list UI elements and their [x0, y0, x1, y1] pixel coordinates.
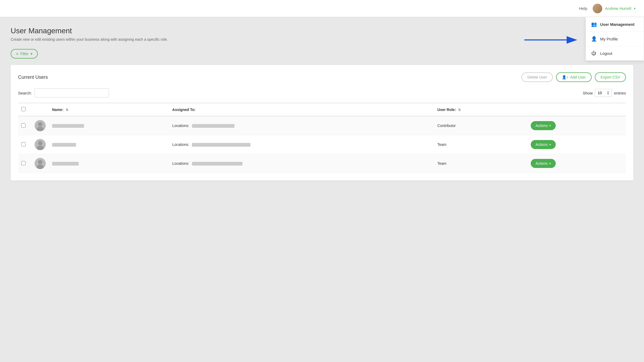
user-dropdown-menu: 👥 User Management 👤 My Profile ⏻ Logout: [586, 17, 644, 61]
help-link[interactable]: Help: [579, 6, 587, 11]
row-name-blurred: [52, 124, 84, 128]
row-assigned-cell: Locations:: [169, 154, 434, 173]
row-checkbox-cell: [18, 135, 31, 154]
row-actions-cell: Actions ▾: [528, 135, 626, 154]
avatar-image: [593, 4, 602, 13]
svg-point-7: [37, 164, 44, 169]
row-role-value: Contributor: [437, 124, 456, 128]
th-avatar: [31, 103, 49, 116]
row-avatar-cell: [31, 116, 49, 135]
current-users-title: Current Users: [18, 75, 48, 80]
row-actions-cell: Actions ▾: [528, 116, 626, 135]
row-role-cell: Contributor: [434, 116, 528, 135]
user-menu-trigger[interactable]: Andrew Hurrell ▾: [593, 4, 635, 13]
user-avatar: [35, 139, 46, 150]
add-user-icon: 👤+: [562, 75, 568, 79]
show-group: Show 10 25 50 100 entries: [583, 89, 626, 97]
row-checkbox-cell: [18, 116, 31, 135]
svg-point-5: [37, 146, 44, 150]
dropdown-item-my-profile[interactable]: 👤 My Profile: [586, 32, 644, 46]
table-row: Locations: Team Actions ▾: [18, 135, 626, 154]
search-input[interactable]: [35, 88, 109, 97]
row-checkbox-cell: [18, 154, 31, 173]
header-actions: Delete User 👤+ Add User Export CSV: [521, 72, 626, 82]
th-assigned-label: Assigned To:: [172, 108, 196, 112]
show-label: Show: [583, 91, 593, 95]
actions-chevron-icon: ▾: [549, 124, 551, 127]
users-table: Name: ⇅ Assigned To: User Role: ⇅: [18, 103, 626, 173]
user-silhouette-icon: [35, 158, 46, 169]
user-silhouette-icon: [35, 120, 46, 131]
user-avatar: [35, 158, 46, 169]
entries-label: entries: [614, 91, 626, 95]
add-user-label: Add User: [570, 75, 586, 79]
table-controls: Search: Show 10 25 50 100 entries: [18, 88, 626, 97]
row-role-cell: Team: [434, 154, 528, 173]
row-avatar-cell: [31, 135, 49, 154]
svg-point-4: [38, 141, 42, 145]
actions-chevron-icon: ▾: [549, 162, 551, 165]
row-assigned-blurred: [192, 143, 250, 147]
actions-chevron-icon: ▾: [549, 143, 551, 146]
actions-label: Actions: [536, 161, 548, 166]
row-assigned-label: Locations:: [172, 142, 189, 147]
th-user-role[interactable]: User Role: ⇅: [434, 103, 528, 116]
users-table-card: Current Users Delete User 👤+ Add User Ex…: [11, 65, 633, 180]
search-label: Search:: [18, 91, 32, 95]
delete-user-button[interactable]: Delete User: [521, 72, 553, 82]
users-icon: 👥: [591, 21, 596, 27]
th-checkbox: [18, 103, 31, 116]
th-name[interactable]: Name: ⇅: [49, 103, 169, 116]
profile-icon: 👤: [591, 36, 596, 42]
actions-label: Actions: [536, 124, 548, 128]
th-assigned-to: Assigned To:: [169, 103, 434, 116]
row-role-cell: Team: [434, 135, 528, 154]
row-assigned-label: Locations:: [172, 161, 189, 166]
sort-icon-role: ⇅: [458, 108, 461, 112]
row-name-cell: [49, 116, 169, 135]
user-name: Andrew Hurrell: [605, 6, 631, 11]
user-silhouette-icon: [35, 139, 46, 150]
row-name-blurred: [52, 143, 76, 147]
row-actions-button[interactable]: Actions ▾: [531, 159, 556, 168]
dropdown-item-logout[interactable]: ⏻ Logout: [586, 46, 644, 60]
svg-point-6: [38, 160, 42, 164]
th-actions: [528, 103, 626, 116]
th-name-label: Name:: [52, 108, 64, 112]
table-row: Locations: Team Actions ▾: [18, 154, 626, 173]
svg-point-2: [38, 122, 42, 126]
row-checkbox-2[interactable]: [21, 142, 26, 146]
table-row: Locations: Contributor Actions ▾: [18, 116, 626, 135]
table-card-header: Current Users Delete User 👤+ Add User Ex…: [18, 72, 626, 82]
avatar: [593, 4, 602, 13]
actions-label: Actions: [536, 142, 548, 147]
add-user-button[interactable]: 👤+ Add User: [556, 72, 592, 82]
row-assigned-blurred: [192, 124, 235, 128]
chevron-down-icon: ▾: [634, 7, 635, 10]
row-assigned-blurred: [192, 162, 242, 166]
dropdown-label-my-profile: My Profile: [600, 37, 618, 41]
row-role-value: Team: [437, 142, 446, 147]
export-csv-button[interactable]: Export CSV: [595, 72, 626, 82]
select-all-checkbox[interactable]: [21, 107, 26, 111]
row-actions-cell: Actions ▾: [528, 154, 626, 173]
user-avatar: [35, 120, 46, 131]
filter-button[interactable]: ≡ Filter ▾: [11, 49, 38, 59]
sort-icon-name: ⇅: [66, 108, 68, 112]
row-assigned-cell: Locations:: [169, 116, 434, 135]
row-name-cell: [49, 154, 169, 173]
row-actions-button[interactable]: Actions ▾: [531, 121, 556, 130]
row-assigned-cell: Locations:: [169, 135, 434, 154]
row-checkbox-3[interactable]: [21, 161, 26, 165]
row-actions-button[interactable]: Actions ▾: [531, 140, 556, 149]
logout-icon: ⏻: [591, 51, 596, 56]
filter-label: Filter: [20, 52, 28, 56]
filter-icon: ≡: [16, 52, 18, 56]
row-name-blurred: [52, 162, 79, 166]
row-checkbox-1[interactable]: [21, 123, 26, 127]
dropdown-label-logout: Logout: [600, 51, 612, 56]
row-assigned-label: Locations:: [172, 124, 189, 128]
dropdown-item-user-management[interactable]: 👥 User Management: [586, 17, 644, 32]
entries-select[interactable]: 10 25 50 100: [595, 89, 612, 97]
nav-right: Help Andrew Hurrell ▾: [579, 4, 635, 13]
